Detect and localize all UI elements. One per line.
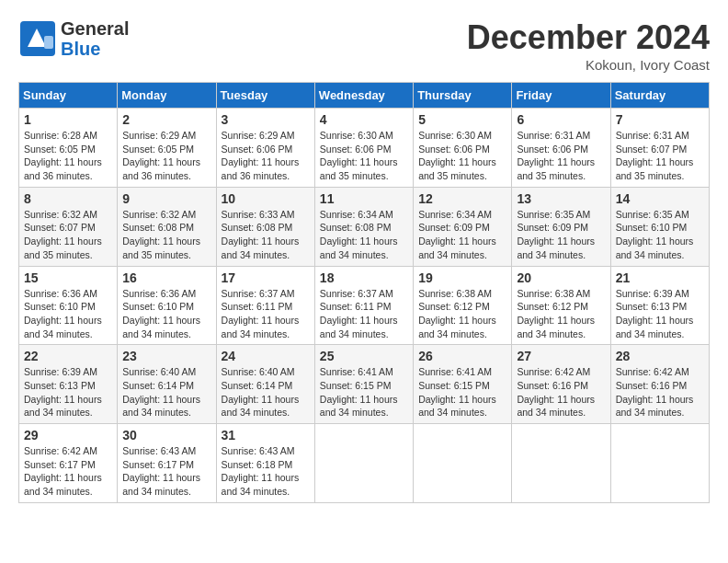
calendar-cell: 20Sunrise: 6:38 AMSunset: 6:12 PMDayligh…	[512, 266, 610, 345]
calendar-cell	[414, 424, 512, 503]
calendar-cell: 4Sunrise: 6:30 AMSunset: 6:06 PMDaylight…	[314, 109, 413, 188]
day-info: Sunrise: 6:35 AMSunset: 6:09 PMDaylight:…	[517, 208, 605, 262]
calendar-cell: 29Sunrise: 6:42 AMSunset: 6:17 PMDayligh…	[19, 424, 118, 503]
logo-icon	[18, 19, 57, 58]
day-number: 28	[616, 349, 704, 363]
calendar-day-header: Sunday	[19, 83, 118, 109]
calendar-cell: 27Sunrise: 6:42 AMSunset: 6:16 PMDayligh…	[512, 345, 610, 424]
day-number: 15	[24, 270, 112, 285]
calendar-cell: 30Sunrise: 6:43 AMSunset: 6:17 PMDayligh…	[118, 424, 216, 503]
day-info: Sunrise: 6:36 AMSunset: 6:10 PMDaylight:…	[122, 287, 210, 341]
calendar-cell: 3Sunrise: 6:29 AMSunset: 6:06 PMDaylight…	[216, 109, 314, 188]
title-block: December 2024 Kokoun, Ivory Coast	[467, 18, 710, 73]
day-number: 5	[418, 112, 506, 127]
day-number: 14	[616, 191, 704, 206]
calendar-cell: 31Sunrise: 6:43 AMSunset: 6:18 PMDayligh…	[216, 424, 314, 503]
calendar-cell: 26Sunrise: 6:41 AMSunset: 6:15 PMDayligh…	[414, 345, 512, 424]
calendar-cell: 11Sunrise: 6:34 AMSunset: 6:08 PMDayligh…	[314, 187, 413, 266]
day-info: Sunrise: 6:30 AMSunset: 6:06 PMDaylight:…	[418, 129, 506, 183]
logo-general: General	[61, 18, 129, 39]
calendar-cell: 9Sunrise: 6:32 AMSunset: 6:08 PMDaylight…	[118, 187, 216, 266]
day-number: 4	[320, 112, 408, 127]
calendar-day-header: Wednesday	[314, 83, 413, 109]
calendar-day-header: Monday	[118, 83, 216, 109]
calendar-week-row: 1Sunrise: 6:28 AMSunset: 6:05 PMDaylight…	[19, 109, 710, 188]
day-info: Sunrise: 6:43 AMSunset: 6:17 PMDaylight:…	[122, 444, 210, 499]
calendar-body: 1Sunrise: 6:28 AMSunset: 6:05 PMDaylight…	[19, 109, 710, 503]
day-info: Sunrise: 6:33 AMSunset: 6:08 PMDaylight:…	[222, 208, 310, 262]
day-number: 17	[222, 270, 310, 285]
calendar-cell: 28Sunrise: 6:42 AMSunset: 6:16 PMDayligh…	[610, 345, 709, 424]
calendar-day-header: Tuesday	[216, 83, 314, 109]
calendar-cell: 16Sunrise: 6:36 AMSunset: 6:10 PMDayligh…	[118, 266, 216, 345]
day-number: 11	[320, 191, 408, 206]
calendar-cell: 18Sunrise: 6:37 AMSunset: 6:11 PMDayligh…	[314, 266, 413, 345]
day-info: Sunrise: 6:40 AMSunset: 6:14 PMDaylight:…	[222, 365, 310, 419]
day-number: 27	[517, 349, 605, 363]
day-number: 22	[24, 349, 112, 363]
day-info: Sunrise: 6:37 AMSunset: 6:11 PMDaylight:…	[222, 287, 310, 341]
day-number: 2	[122, 112, 210, 127]
day-info: Sunrise: 6:32 AMSunset: 6:08 PMDaylight:…	[122, 208, 210, 262]
calendar-week-row: 8Sunrise: 6:32 AMSunset: 6:07 PMDaylight…	[19, 187, 710, 266]
calendar-day-header: Saturday	[610, 83, 709, 109]
day-number: 12	[418, 191, 506, 206]
day-info: Sunrise: 6:28 AMSunset: 6:05 PMDaylight:…	[24, 129, 112, 183]
month-title: December 2024	[467, 18, 710, 57]
calendar-cell: 23Sunrise: 6:40 AMSunset: 6:14 PMDayligh…	[118, 345, 216, 424]
calendar-cell	[512, 424, 610, 503]
day-info: Sunrise: 6:42 AMSunset: 6:17 PMDaylight:…	[24, 444, 112, 499]
logo: General Blue	[18, 18, 129, 59]
day-number: 31	[222, 428, 310, 442]
day-info: Sunrise: 6:43 AMSunset: 6:18 PMDaylight:…	[222, 444, 310, 499]
day-number: 20	[517, 270, 605, 285]
day-number: 16	[122, 270, 210, 285]
day-info: Sunrise: 6:34 AMSunset: 6:09 PMDaylight:…	[418, 208, 506, 262]
day-number: 19	[418, 270, 506, 285]
day-info: Sunrise: 6:42 AMSunset: 6:16 PMDaylight:…	[616, 365, 704, 419]
calendar-cell: 2Sunrise: 6:29 AMSunset: 6:05 PMDaylight…	[118, 109, 216, 188]
calendar-cell: 14Sunrise: 6:35 AMSunset: 6:10 PMDayligh…	[610, 187, 709, 266]
day-number: 21	[616, 270, 704, 285]
day-number: 26	[418, 349, 506, 363]
calendar-week-row: 29Sunrise: 6:42 AMSunset: 6:17 PMDayligh…	[19, 424, 710, 503]
calendar-week-row: 22Sunrise: 6:39 AMSunset: 6:13 PMDayligh…	[19, 345, 710, 424]
day-info: Sunrise: 6:34 AMSunset: 6:08 PMDaylight:…	[320, 208, 408, 262]
day-info: Sunrise: 6:39 AMSunset: 6:13 PMDaylight:…	[24, 365, 112, 419]
day-number: 23	[122, 349, 210, 363]
day-info: Sunrise: 6:29 AMSunset: 6:05 PMDaylight:…	[122, 129, 210, 183]
day-number: 25	[320, 349, 408, 363]
calendar-table: SundayMondayTuesdayWednesdayThursdayFrid…	[18, 82, 710, 503]
day-info: Sunrise: 6:41 AMSunset: 6:15 PMDaylight:…	[418, 365, 506, 419]
day-info: Sunrise: 6:37 AMSunset: 6:11 PMDaylight:…	[320, 287, 408, 341]
day-number: 30	[122, 428, 210, 442]
day-number: 6	[517, 112, 605, 127]
calendar-day-header: Friday	[512, 83, 610, 109]
calendar-cell: 10Sunrise: 6:33 AMSunset: 6:08 PMDayligh…	[216, 187, 314, 266]
calendar-cell: 19Sunrise: 6:38 AMSunset: 6:12 PMDayligh…	[414, 266, 512, 345]
calendar-cell: 1Sunrise: 6:28 AMSunset: 6:05 PMDaylight…	[19, 109, 118, 188]
day-number: 1	[24, 112, 112, 127]
logo-blue: Blue	[61, 39, 129, 59]
calendar-cell: 5Sunrise: 6:30 AMSunset: 6:06 PMDaylight…	[414, 109, 512, 188]
calendar-cell	[610, 424, 709, 503]
day-info: Sunrise: 6:42 AMSunset: 6:16 PMDaylight:…	[517, 365, 605, 419]
calendar-week-row: 15Sunrise: 6:36 AMSunset: 6:10 PMDayligh…	[19, 266, 710, 345]
day-info: Sunrise: 6:41 AMSunset: 6:15 PMDaylight:…	[320, 365, 408, 419]
day-info: Sunrise: 6:32 AMSunset: 6:07 PMDaylight:…	[24, 208, 112, 262]
calendar-cell: 24Sunrise: 6:40 AMSunset: 6:14 PMDayligh…	[216, 345, 314, 424]
day-info: Sunrise: 6:38 AMSunset: 6:12 PMDaylight:…	[418, 287, 506, 341]
calendar-day-header: Thursday	[414, 83, 512, 109]
day-info: Sunrise: 6:38 AMSunset: 6:12 PMDaylight:…	[517, 287, 605, 341]
calendar-cell: 12Sunrise: 6:34 AMSunset: 6:09 PMDayligh…	[414, 187, 512, 266]
day-number: 24	[222, 349, 310, 363]
calendar-cell: 6Sunrise: 6:31 AMSunset: 6:06 PMDaylight…	[512, 109, 610, 188]
calendar-header-row: SundayMondayTuesdayWednesdayThursdayFrid…	[19, 83, 710, 109]
day-number: 18	[320, 270, 408, 285]
calendar-cell: 22Sunrise: 6:39 AMSunset: 6:13 PMDayligh…	[19, 345, 118, 424]
day-number: 7	[616, 112, 704, 127]
location: Kokoun, Ivory Coast	[467, 57, 710, 73]
calendar-cell: 13Sunrise: 6:35 AMSunset: 6:09 PMDayligh…	[512, 187, 610, 266]
calendar-cell: 17Sunrise: 6:37 AMSunset: 6:11 PMDayligh…	[216, 266, 314, 345]
calendar-cell: 15Sunrise: 6:36 AMSunset: 6:10 PMDayligh…	[19, 266, 118, 345]
